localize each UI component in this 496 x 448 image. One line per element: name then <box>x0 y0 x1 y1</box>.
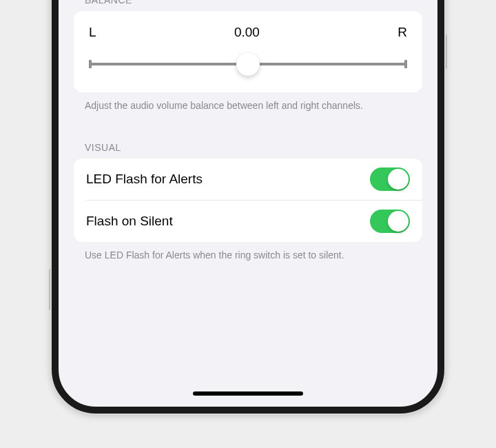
toggle-knob <box>388 211 409 232</box>
balance-slider[interactable] <box>89 54 407 74</box>
row-led-flash-for-alerts[interactable]: LED Flash for Alerts <box>74 159 422 200</box>
visual-footer: Use LED Flash for Alerts when the ring s… <box>74 242 422 263</box>
row-label: LED Flash for Alerts <box>86 172 203 187</box>
visual-card: LED Flash for Alerts Flash on Silent <box>74 159 422 242</box>
balance-section-header: BALANCE <box>74 0 422 11</box>
balance-value: 0.00 <box>234 25 260 40</box>
slider-thumb[interactable] <box>236 52 260 76</box>
balance-labels: L 0.00 R <box>89 25 407 40</box>
phone-bezel: BALANCE L 0.00 R Adjust <box>52 0 444 414</box>
phone-screen: BALANCE L 0.00 R Adjust <box>61 0 435 404</box>
slider-tick-right <box>404 60 407 68</box>
row-label: Flash on Silent <box>86 214 173 229</box>
phone-frame: BALANCE L 0.00 R Adjust <box>52 0 444 414</box>
balance-footer: Adjust the audio volume balance between … <box>74 92 422 113</box>
home-indicator[interactable] <box>193 391 303 396</box>
toggle-flash-on-silent[interactable] <box>370 210 410 233</box>
slider-tick-left <box>89 60 92 68</box>
balance-right-label: R <box>397 25 407 40</box>
toggle-knob <box>388 169 409 190</box>
row-flash-on-silent[interactable]: Flash on Silent <box>86 200 422 242</box>
side-button-right <box>444 34 447 69</box>
balance-card: L 0.00 R <box>74 11 422 92</box>
toggle-led-flash-for-alerts[interactable] <box>370 167 410 191</box>
balance-left-label: L <box>89 25 96 40</box>
visual-section-header: VISUAL <box>74 113 422 159</box>
